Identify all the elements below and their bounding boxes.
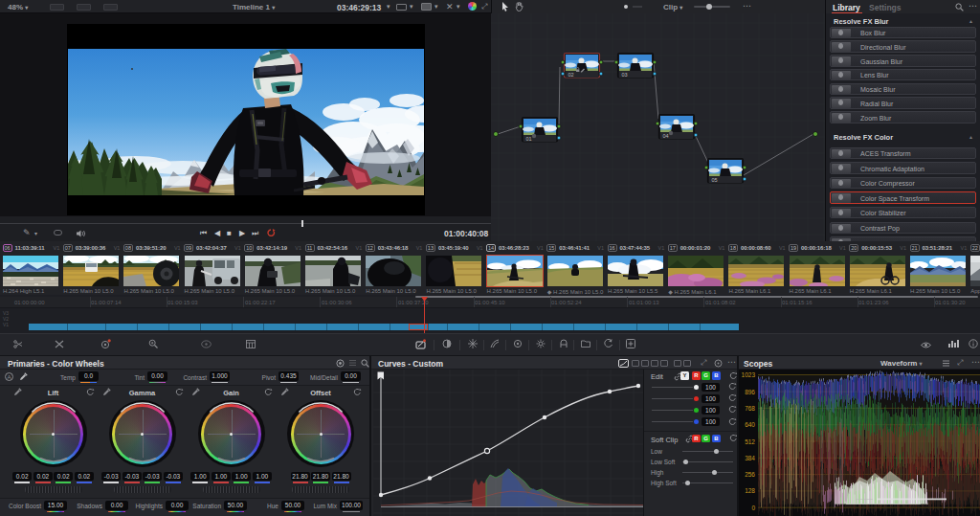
svg-text:1023: 1023: [742, 371, 756, 378]
svg-text:05: 05: [712, 177, 718, 183]
svg-text:04: 04: [663, 133, 669, 139]
svg-text:768: 768: [745, 405, 755, 412]
svg-text:01: 01: [526, 136, 532, 142]
svg-text:256: 256: [745, 471, 755, 478]
svg-text:512: 512: [745, 438, 755, 445]
svg-text:02: 02: [568, 72, 574, 78]
svg-text:128: 128: [745, 487, 755, 494]
svg-text:640: 640: [745, 421, 755, 428]
svg-text:384: 384: [745, 455, 755, 461]
svg-text:896: 896: [745, 389, 755, 395]
svg-text:0: 0: [751, 505, 755, 511]
svg-text:03: 03: [622, 72, 628, 78]
